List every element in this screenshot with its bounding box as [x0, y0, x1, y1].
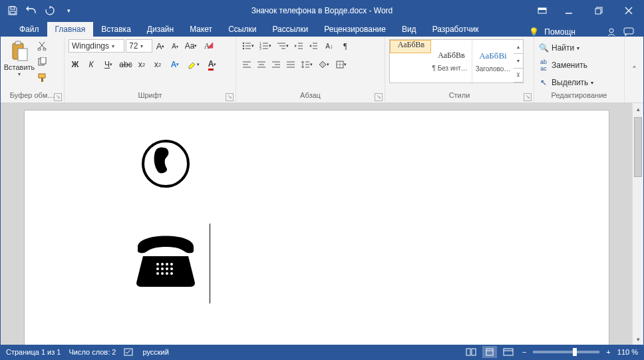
- select-icon: ↖: [538, 78, 549, 87]
- scroll-thumb[interactable]: [634, 117, 642, 177]
- vertical-scrollbar[interactable]: ▴ ▾: [632, 103, 643, 345]
- show-marks-icon[interactable]: ¶: [339, 39, 352, 53]
- svg-rect-6: [595, 9, 601, 14]
- indent-increase-icon[interactable]: [307, 39, 320, 53]
- read-mode-icon[interactable]: [464, 346, 478, 358]
- change-case-icon[interactable]: Aa▾: [183, 39, 199, 53]
- spellcheck-icon[interactable]: [124, 347, 134, 357]
- paste-button[interactable]: Вставить ▾: [5, 39, 34, 87]
- format-painter-icon[interactable]: [35, 71, 49, 85]
- grow-font-icon[interactable]: A▴: [154, 39, 167, 53]
- font-size-select[interactable]: 72▾: [126, 39, 152, 53]
- sort-icon[interactable]: A↓: [321, 39, 337, 53]
- indent-decrease-icon[interactable]: [292, 39, 305, 53]
- styles-scroll-down-icon[interactable]: ▾: [514, 54, 523, 68]
- line-spacing-icon[interactable]: ▾: [299, 58, 315, 71]
- font-color-icon[interactable]: A▾: [204, 58, 220, 71]
- underline-button[interactable]: Ч▾: [100, 58, 116, 71]
- status-language[interactable]: русский: [142, 348, 168, 356]
- print-layout-icon[interactable]: [482, 346, 497, 358]
- replace-button[interactable]: abacЗаменить: [538, 58, 593, 73]
- font-name-select[interactable]: Wingdings▾: [69, 39, 124, 53]
- redo-icon[interactable]: [42, 3, 58, 19]
- svg-point-59: [143, 141, 188, 186]
- svg-point-22: [243, 45, 245, 47]
- zoom-in-icon[interactable]: +: [603, 348, 613, 356]
- ribbon-tabs: Файл Главная Вставка Дизайн Макет Ссылки…: [1, 21, 643, 37]
- svg-rect-17: [41, 57, 46, 64]
- tell-me-label[interactable]: Помощн: [544, 27, 575, 37]
- copy-icon[interactable]: [35, 55, 49, 69]
- paragraph-dialog-icon[interactable]: ↘: [375, 93, 383, 101]
- tab-references[interactable]: Ссылки: [220, 22, 264, 37]
- svg-point-24: [243, 48, 245, 50]
- save-icon[interactable]: [5, 3, 21, 19]
- document-page[interactable]: [24, 110, 609, 345]
- tell-me-icon[interactable]: 💡: [527, 27, 540, 37]
- svg-point-63: [166, 263, 168, 266]
- restore-button[interactable]: [583, 1, 613, 21]
- borders-icon[interactable]: ▾: [333, 58, 349, 71]
- text-effects-icon[interactable]: A▾: [167, 58, 183, 71]
- find-icon: 🔍: [538, 43, 549, 53]
- minimize-button[interactable]: [554, 1, 583, 21]
- shading-icon[interactable]: ▾: [316, 58, 332, 71]
- styles-gallery: АаБбВв ¶ Обычный АаБбВв ¶ Без инте… АаБб…: [389, 39, 524, 83]
- highlight-icon[interactable]: ▾: [186, 58, 202, 71]
- status-page[interactable]: Страница 1 из 1: [6, 348, 61, 356]
- collapse-ribbon-icon[interactable]: ˄: [625, 37, 643, 102]
- close-button[interactable]: [613, 1, 643, 21]
- style-heading1[interactable]: АаБбВі Заголово…: [472, 40, 514, 83]
- zoom-out-icon[interactable]: −: [520, 348, 529, 356]
- align-left-icon[interactable]: [240, 58, 253, 71]
- justify-icon[interactable]: [284, 58, 297, 71]
- find-button[interactable]: 🔍Найти ▾: [538, 41, 593, 55]
- numbering-icon[interactable]: 123▾: [257, 39, 273, 53]
- styles-dialog-icon[interactable]: ↘: [524, 93, 532, 101]
- align-right-icon[interactable]: [269, 58, 283, 71]
- zoom-slider[interactable]: [533, 351, 599, 353]
- status-words[interactable]: Число слов: 2: [69, 348, 116, 356]
- styles-expand-icon[interactable]: ⊻: [514, 69, 523, 83]
- align-center-icon[interactable]: [255, 58, 268, 71]
- shrink-font-icon[interactable]: A▾: [168, 39, 182, 53]
- italic-button[interactable]: К: [84, 58, 98, 71]
- share-icon[interactable]: [606, 27, 619, 37]
- strike-button[interactable]: abc: [119, 58, 132, 71]
- bold-button[interactable]: Ж: [69, 58, 82, 71]
- cut-icon[interactable]: [35, 39, 49, 53]
- scroll-down-icon[interactable]: ▾: [633, 333, 643, 345]
- window-controls: [531, 1, 643, 21]
- zoom-level[interactable]: 110 %: [617, 348, 638, 356]
- tab-file[interactable]: Файл: [11, 22, 47, 37]
- qat-customize-icon[interactable]: ▾: [61, 3, 77, 19]
- editing-group-label: Редактирование: [552, 91, 607, 99]
- tab-developer[interactable]: Разработчик: [424, 22, 487, 37]
- tab-view[interactable]: Вид: [394, 22, 424, 37]
- web-layout-icon[interactable]: [501, 346, 516, 358]
- tab-mailings[interactable]: Рассылки: [264, 22, 316, 37]
- subscript-button[interactable]: x2: [135, 58, 148, 71]
- text-cursor: [210, 224, 210, 303]
- font-dialog-icon[interactable]: ↘: [226, 93, 234, 101]
- clipboard-dialog-icon[interactable]: ↘: [54, 93, 62, 101]
- tab-layout[interactable]: Макет: [182, 22, 220, 37]
- svg-point-68: [170, 268, 173, 270]
- undo-icon[interactable]: [23, 3, 39, 19]
- tab-home[interactable]: Главная: [47, 22, 94, 37]
- scroll-up-icon[interactable]: ▴: [633, 103, 643, 114]
- superscript-button[interactable]: x2: [151, 58, 164, 71]
- styles-scroll-up-icon[interactable]: ▴: [514, 40, 523, 54]
- style-normal[interactable]: АаБбВв ¶ Обычный: [390, 40, 431, 53]
- style-no-spacing[interactable]: АаБбВв ¶ Без инте…: [431, 40, 472, 83]
- tab-insert[interactable]: Вставка: [93, 22, 139, 37]
- tab-design[interactable]: Дизайн: [139, 22, 182, 37]
- bullets-icon[interactable]: ▾: [240, 39, 256, 53]
- select-button[interactable]: ↖Выделить ▾: [538, 75, 593, 90]
- paragraph-group-label: Абзац: [300, 91, 321, 99]
- comments-icon[interactable]: [623, 27, 637, 37]
- ribbon-display-icon[interactable]: [531, 1, 554, 21]
- clear-format-icon[interactable]: A◢: [200, 39, 214, 53]
- tab-review[interactable]: Рецензирование: [316, 22, 394, 37]
- multilevel-icon[interactable]: ▾: [275, 39, 291, 53]
